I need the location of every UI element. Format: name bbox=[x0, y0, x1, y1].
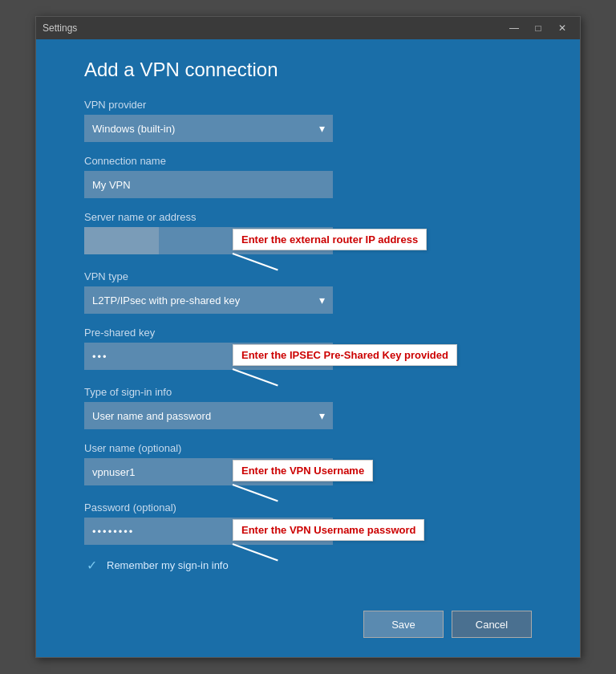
server-pointer-line bbox=[233, 253, 278, 270]
password-annotation: Enter the VPN Username password bbox=[233, 519, 424, 541]
signin-type-select[interactable]: User name and password bbox=[84, 402, 333, 429]
settings-window: Settings — □ ✕ Add a VPN connection VPN … bbox=[35, 16, 581, 658]
psk-label: Pre-shared key bbox=[84, 327, 532, 339]
remember-checkbox[interactable]: ✓ bbox=[84, 558, 99, 572]
vpn-type-field: VPN type L2TP/IPsec with pre-shared key … bbox=[84, 270, 532, 314]
signin-type-dropdown-wrap: User name and password ▾ bbox=[84, 402, 333, 429]
server-annotation: Enter the external router IP address bbox=[233, 229, 427, 250]
username-pointer-line bbox=[233, 484, 278, 501]
cancel-button[interactable]: Cancel bbox=[452, 611, 532, 638]
server-field: Server name or address Enter the externa… bbox=[84, 211, 532, 254]
maximize-button[interactable]: □ bbox=[527, 19, 549, 37]
vpn-provider-select[interactable]: Windows (built-in) bbox=[84, 115, 333, 142]
remember-label: Remember my sign-in info bbox=[107, 559, 229, 571]
connection-name-field: Connection name bbox=[84, 155, 532, 198]
page-title: Add a VPN connection bbox=[84, 59, 532, 81]
close-button[interactable]: ✕ bbox=[551, 19, 573, 37]
psk-pointer-line bbox=[233, 368, 278, 386]
window-controls: — □ ✕ bbox=[503, 19, 573, 37]
signin-type-field: Type of sign-in info User name and passw… bbox=[84, 386, 532, 429]
username-annotation: Enter the VPN Username bbox=[233, 460, 373, 481]
username-field: User name (optional) Enter the VPN Usern… bbox=[84, 442, 532, 485]
vpn-provider-label: VPN provider bbox=[84, 99, 532, 111]
vpn-type-select[interactable]: L2TP/IPsec with pre-shared key bbox=[84, 286, 333, 314]
main-content: Add a VPN connection VPN provider Window… bbox=[36, 39, 580, 611]
vpn-type-label: VPN type bbox=[84, 270, 532, 282]
username-label: User name (optional) bbox=[84, 442, 532, 454]
signin-type-label: Type of sign-in info bbox=[84, 386, 532, 398]
vpn-provider-dropdown-wrap: Windows (built-in) ▾ bbox=[84, 115, 333, 142]
password-field: Password (optional) Enter the VPN Userna… bbox=[84, 501, 532, 545]
footer: Save Cancel bbox=[36, 611, 580, 657]
server-label: Server name or address bbox=[84, 211, 532, 223]
psk-annotation: Enter the IPSEC Pre-Shared Key provided bbox=[233, 344, 457, 366]
minimize-button[interactable]: — bbox=[503, 19, 525, 37]
save-button[interactable]: Save bbox=[363, 611, 444, 638]
titlebar: Settings — □ ✕ bbox=[36, 17, 580, 39]
vpn-provider-field: VPN provider Windows (built-in) ▾ bbox=[84, 99, 532, 142]
remember-signin-row: ✓ Remember my sign-in info bbox=[84, 558, 532, 572]
vpn-type-dropdown-wrap: L2TP/IPsec with pre-shared key ▾ bbox=[84, 286, 333, 314]
connection-name-label: Connection name bbox=[84, 155, 532, 167]
psk-field: Pre-shared key Enter the IPSEC Pre-Share… bbox=[84, 327, 532, 370]
connection-name-input[interactable] bbox=[84, 171, 333, 198]
titlebar-title: Settings bbox=[43, 22, 77, 34]
password-label: Password (optional) bbox=[84, 501, 532, 514]
